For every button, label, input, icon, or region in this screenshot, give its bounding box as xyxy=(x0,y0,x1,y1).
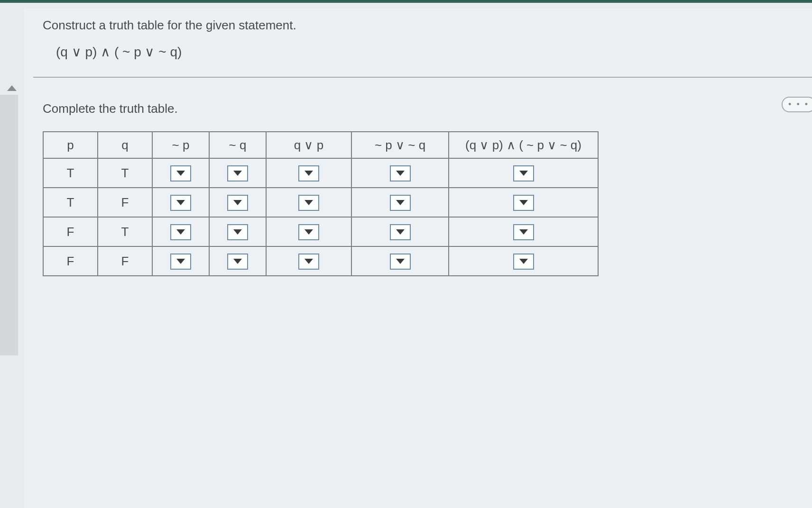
chevron-down-icon xyxy=(396,229,405,235)
window-top-bar xyxy=(0,0,812,3)
header-p: p xyxy=(43,132,98,158)
chevron-down-icon xyxy=(304,229,313,235)
dropdown-select[interactable] xyxy=(170,254,191,270)
content-area: Construct a truth table for the given st… xyxy=(24,9,812,508)
dropdown-select[interactable] xyxy=(390,195,411,211)
cell-p: F xyxy=(43,246,98,276)
dropdown-select[interactable] xyxy=(390,165,411,181)
truth-table: p q ~ p ~ q q ∨ p ~ p ∨ ~ q (q ∨ p) ∧ ( … xyxy=(43,131,599,276)
header-q: q xyxy=(98,132,152,158)
chevron-down-icon xyxy=(176,171,185,176)
chevron-down-icon xyxy=(519,229,528,235)
cell-q: F xyxy=(98,246,152,276)
dropdown-select[interactable] xyxy=(513,195,534,211)
dropdown-select[interactable] xyxy=(298,254,319,270)
dropdown-select[interactable] xyxy=(298,165,319,181)
chevron-down-icon xyxy=(304,171,313,176)
chevron-down-icon xyxy=(233,171,242,176)
table-row: T T xyxy=(43,158,598,188)
chevron-down-icon xyxy=(519,259,528,264)
dropdown-select[interactable] xyxy=(513,165,534,181)
chevron-down-icon xyxy=(304,259,313,264)
cell-q: T xyxy=(98,217,152,246)
dropdown-select[interactable] xyxy=(227,254,248,270)
chevron-down-icon xyxy=(176,259,185,264)
table-header-row: p q ~ p ~ q q ∨ p ~ p ∨ ~ q (q ∨ p) ∧ ( … xyxy=(43,132,598,158)
cell-p: T xyxy=(43,158,98,188)
dropdown-select[interactable] xyxy=(170,195,191,211)
cell-q: F xyxy=(98,188,152,217)
chevron-down-icon xyxy=(304,200,313,205)
scrollbar-track[interactable] xyxy=(0,95,18,355)
chevron-down-icon xyxy=(233,200,242,205)
chevron-down-icon xyxy=(396,259,405,264)
dropdown-select[interactable] xyxy=(170,224,191,240)
chevron-down-icon xyxy=(176,229,185,235)
cell-q: T xyxy=(98,158,152,188)
header-notp-or-notq: ~ p ∨ ~ q xyxy=(351,132,449,158)
dropdown-select[interactable] xyxy=(298,224,319,240)
table-row: T F xyxy=(43,188,598,217)
dropdown-select[interactable] xyxy=(298,195,319,211)
cell-p: T xyxy=(43,188,98,217)
more-options-pill[interactable]: • • • xyxy=(782,97,812,112)
header-q-or-p: q ∨ p xyxy=(266,132,351,158)
chevron-down-icon xyxy=(396,171,405,176)
chevron-down-icon xyxy=(519,200,528,205)
chevron-down-icon xyxy=(233,259,242,264)
chevron-down-icon xyxy=(176,200,185,205)
header-not-p: ~ p xyxy=(152,132,209,158)
logic-statement: (q ∨ p) ∧ ( ~ p ∨ ~ q) xyxy=(56,44,793,60)
table-row: F F xyxy=(43,246,598,276)
header-full-expr: (q ∨ p) ∧ ( ~ p ∨ ~ q) xyxy=(449,132,598,158)
scroll-up-arrow[interactable] xyxy=(7,85,17,91)
question-prompt: Construct a truth table for the given st… xyxy=(43,18,793,33)
instruction-text: Complete the truth table. xyxy=(43,101,793,116)
dropdown-select[interactable] xyxy=(513,224,534,240)
dropdown-select[interactable] xyxy=(390,254,411,270)
header-not-q: ~ q xyxy=(209,132,266,158)
section-divider xyxy=(33,77,812,78)
dropdown-select[interactable] xyxy=(227,195,248,211)
cell-p: F xyxy=(43,217,98,246)
dropdown-select[interactable] xyxy=(227,165,248,181)
dropdown-select[interactable] xyxy=(513,254,534,270)
dropdown-select[interactable] xyxy=(390,224,411,240)
dropdown-select[interactable] xyxy=(170,165,191,181)
table-row: F T xyxy=(43,217,598,246)
chevron-down-icon xyxy=(396,200,405,205)
chevron-down-icon xyxy=(519,171,528,176)
dropdown-select[interactable] xyxy=(227,224,248,240)
chevron-down-icon xyxy=(233,229,242,235)
